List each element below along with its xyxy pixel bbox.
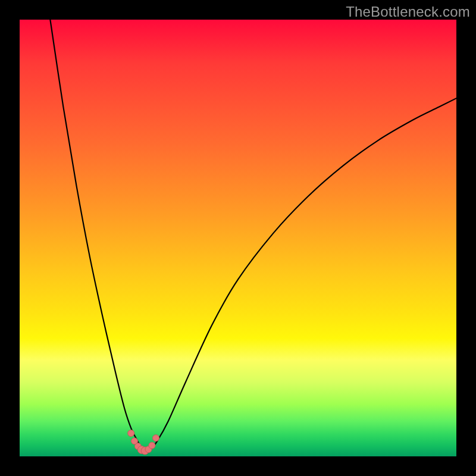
- watermark-text: TheBottleneck.com: [346, 4, 470, 20]
- highlight-marker: [128, 430, 134, 437]
- marker-group: [128, 430, 159, 455]
- highlight-markers: [20, 20, 456, 456]
- highlight-marker: [149, 442, 155, 449]
- chart-frame: TheBottleneck.com: [0, 0, 476, 476]
- highlight-marker: [153, 435, 159, 441]
